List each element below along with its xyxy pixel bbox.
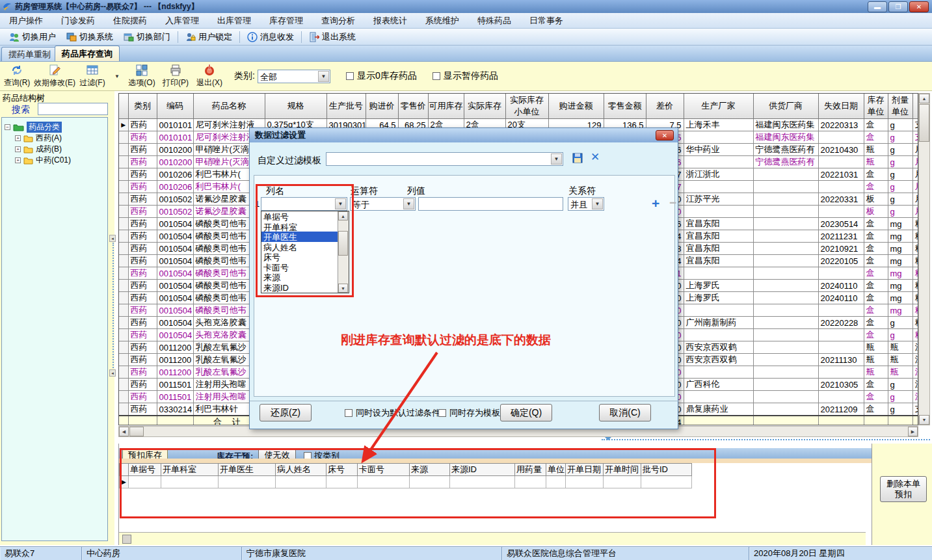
pre-deduct-hscrollbar[interactable] [119, 532, 866, 545]
expand-icon[interactable]: + [15, 157, 21, 163]
column-header[interactable]: 病人姓名 [276, 464, 326, 476]
tree-node-patent[interactable]: + 成药(B) [15, 144, 107, 155]
expand-icon[interactable]: + [15, 146, 21, 152]
list-item[interactable]: 来源 [261, 272, 349, 282]
column-header[interactable] [912, 94, 918, 119]
list-item[interactable]: 卡面号 [261, 262, 349, 273]
column-header[interactable]: 可用库存 [428, 94, 464, 119]
column-header[interactable]: 开单科室 [161, 464, 219, 476]
stock-table-vscrollbar[interactable]: ▲ ▼ [918, 93, 930, 425]
column-header[interactable]: 开单时间 [604, 464, 641, 476]
tree-root-label[interactable]: 药品分类 [27, 122, 62, 133]
column-header[interactable]: 购进金额 [548, 94, 604, 119]
column-header[interactable]: 用药量 [515, 464, 546, 476]
switch-user-button[interactable]: 切换用户 [4, 30, 61, 44]
menu-reports[interactable]: 报表统计 [364, 15, 416, 27]
list-item[interactable]: 床号 [261, 252, 349, 262]
show-zero-stock-checkbox[interactable]: 显示0库存药品 [346, 70, 417, 82]
add-condition-icon[interactable]: + [652, 196, 659, 211]
scroll-down-icon[interactable]: ▼ [919, 415, 929, 425]
exit-button[interactable]: 退出(X) [193, 62, 226, 90]
close-button[interactable]: ✕ [909, 1, 929, 12]
scroll-down-icon[interactable]: ▼ [338, 284, 348, 293]
menu-query-analysis[interactable]: 查询分析 [312, 15, 364, 27]
collapse-icon[interactable]: − [5, 124, 10, 130]
operator-select[interactable]: 等于 ▼ [350, 197, 416, 211]
column-header[interactable]: 来源 [410, 464, 450, 476]
splitter-arrow-icon[interactable]: ◂ [109, 235, 116, 242]
column-header[interactable]: 购进价 [366, 94, 398, 119]
splitter-arrow-icon[interactable]: ◂ [109, 369, 116, 377]
menu-maintenance[interactable]: 系统维护 [416, 15, 468, 27]
column-header[interactable]: 药品名称 [193, 94, 265, 119]
menu-user-ops[interactable]: 用户操作 [0, 15, 52, 27]
expiry-edit-button[interactable]: 效期修改(E) [34, 62, 75, 90]
column-header[interactable]: 零售金额 [604, 94, 646, 119]
filter-button[interactable]: 过滤(F) [75, 62, 109, 90]
list-item[interactable]: 病人姓名 [261, 242, 349, 252]
show-paused-checkbox[interactable]: 显示暂停药品 [433, 70, 498, 82]
scroll-right-icon[interactable]: ▶ [908, 427, 918, 436]
filter-dropdown-arrow[interactable]: ▼ [112, 71, 122, 81]
expand-icon[interactable]: + [15, 135, 21, 141]
restore-button[interactable]: ❐ [888, 1, 908, 12]
tree-node-root[interactable]: − 药品分类 [5, 122, 107, 133]
scroll-left-icon[interactable]: ◀ [119, 427, 129, 436]
ok-button[interactable]: 确定(Q) [500, 404, 552, 421]
list-scrollbar[interactable]: ▲ ▼ [338, 211, 349, 293]
column-header[interactable]: 剂量 单位 [888, 94, 912, 119]
set-default-filter-checkbox[interactable]: 同时设为默认过滤条件 [345, 407, 440, 419]
column-header[interactable]: 来源ID [450, 464, 515, 476]
column-header[interactable]: 开单日期 [566, 464, 604, 476]
column-header[interactable]: 批号ID [641, 464, 692, 476]
horizontal-splitter[interactable] [602, 439, 930, 440]
column-header[interactable]: 失效日期 [818, 94, 864, 119]
menu-inventory[interactable]: 库存管理 [260, 15, 312, 27]
tab-dispense-remake[interactable]: 摆药单重制 [1, 47, 58, 61]
column-header[interactable]: 零售价 [398, 94, 428, 119]
category-select[interactable]: 全部 ▼ [258, 70, 330, 83]
messages-button[interactable]: 消息收发 [242, 30, 299, 44]
restore-button[interactable]: 还原(Z) [260, 404, 312, 421]
menu-inbound[interactable]: 入库管理 [156, 15, 208, 27]
options-button[interactable]: 选项(O) [125, 62, 159, 90]
column-header[interactable]: 生产批号 [326, 94, 366, 119]
list-item[interactable]: 来源ID [261, 282, 349, 293]
save-as-template-checkbox[interactable]: 同时存为模板 [438, 407, 500, 419]
column-name-select[interactable]: ▼ [261, 197, 347, 211]
menu-special-drugs[interactable]: 特殊药品 [468, 15, 520, 27]
column-header[interactable]: 开单医生 [219, 464, 276, 476]
column-header[interactable]: 单位 [546, 464, 566, 476]
column-header[interactable]: 库存 单位 [864, 94, 888, 119]
list-item[interactable]: 开单科室 [261, 222, 349, 232]
print-button[interactable]: 打印(P) [159, 62, 193, 90]
panel-splitter-scrollbar[interactable]: ◂ ◂ [109, 93, 116, 425]
switch-department-button[interactable]: 切换部门 [118, 30, 176, 44]
scroll-thumb[interactable] [338, 231, 348, 256]
query-button[interactable]: 查询(R) [0, 62, 34, 90]
scroll-up-icon[interactable]: ▲ [919, 94, 929, 103]
column-header[interactable]: 实际库存 [464, 94, 505, 119]
column-header[interactable]: 编码 [157, 94, 193, 119]
lock-user-button[interactable]: 用户锁定 [180, 30, 237, 44]
relation-select[interactable]: 并且 ▼ [568, 197, 604, 211]
scroll-up-icon[interactable]: ▲ [338, 211, 348, 220]
cancel-button[interactable]: 取消(C) [599, 404, 651, 421]
tree-node-chinese[interactable]: + 中药(C01) [15, 155, 107, 166]
table-row-empty[interactable]: ▶ [120, 476, 692, 488]
minimize-button[interactable]: ▬ [868, 1, 887, 12]
tree-node-western[interactable]: + 西药(A) [15, 133, 107, 144]
dialog-title-bar[interactable]: 数据过滤设置 [250, 128, 678, 142]
menu-outbound[interactable]: 出库管理 [208, 15, 260, 27]
column-header[interactable]: 生产厂家 [684, 94, 753, 119]
exit-system-button[interactable]: 退出系统 [304, 30, 361, 44]
column-header[interactable]: 卡面号 [358, 464, 410, 476]
menu-inpatient[interactable]: 住院摆药 [104, 15, 156, 27]
delete-template-icon[interactable]: ✕ [591, 150, 600, 164]
column-header[interactable]: 规格 [265, 94, 326, 119]
scroll-thumb[interactable] [129, 427, 144, 436]
menu-outpatient[interactable]: 门诊发药 [52, 15, 104, 27]
search-input[interactable] [38, 103, 108, 115]
delete-pre-deduct-button[interactable]: 删除本单 预扣 [880, 476, 927, 502]
column-header[interactable]: 供货厂商 [753, 94, 818, 119]
